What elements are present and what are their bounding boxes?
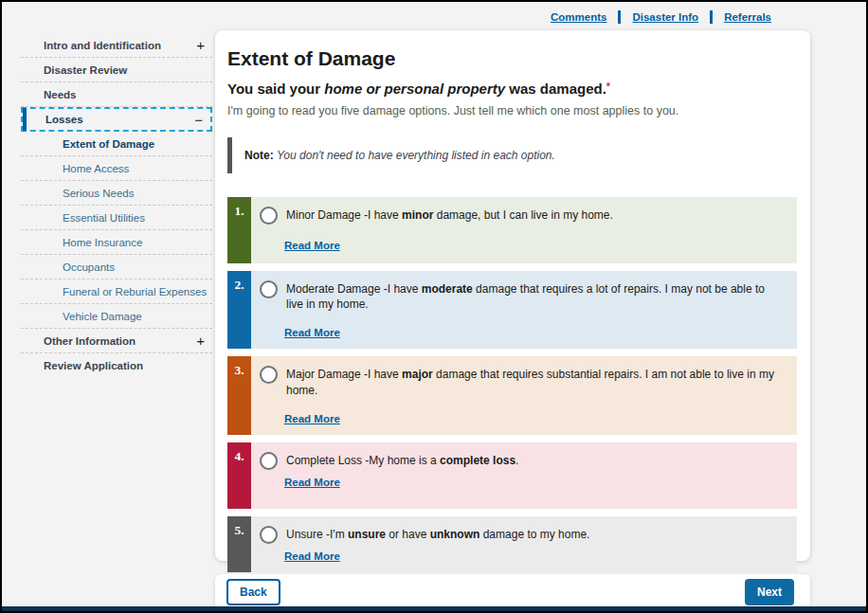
app-window: CommentsDisaster InfoReferrals Intro and… <box>0 0 868 613</box>
sidebar-item-needs[interactable]: Needs <box>21 82 212 107</box>
radio-button-complete-loss[interactable] <box>260 452 278 470</box>
option-moderate-damage: 2.Moderate Damage -I have moderate damag… <box>227 271 797 349</box>
option-complete-loss: 4.Complete Loss -My home is a complete l… <box>227 442 797 509</box>
main-card: Extent of Damage You said your home or p… <box>215 30 810 561</box>
option-number: 3. <box>227 356 251 434</box>
nav-separator <box>618 10 621 24</box>
top-nav: CommentsDisaster InfoReferrals <box>539 9 783 26</box>
question-suffix: was damaged. <box>505 81 606 97</box>
question-text: You said your home or personal property … <box>227 81 797 97</box>
sidebar-item-label: Disaster Review <box>44 64 127 76</box>
footer-bar <box>2 606 866 611</box>
option-body: Major Damage -I have major damage that r… <box>251 356 797 434</box>
sidebar-item-label: Serious Needs <box>63 188 134 199</box>
read-more-link-major-damage[interactable]: Read More <box>284 413 340 424</box>
nav-separator <box>710 10 713 24</box>
option-number: 4. <box>227 442 251 509</box>
sidebar-item-vehicle-damage[interactable]: Vehicle Damage <box>21 304 212 329</box>
sidebar-item-funeral-or-reburial-expenses[interactable]: Funeral or Reburial Expenses <box>21 279 212 304</box>
sidebar-item-label: Home Access <box>63 163 129 174</box>
sidebar-item-label: Vehicle Damage <box>63 311 142 322</box>
option-row: Moderate Damage -I have moderate damage … <box>260 281 784 312</box>
option-body: Moderate Damage -I have moderate damage … <box>251 271 797 349</box>
option-label: Minor Damage -I have minor damage, but I… <box>286 207 613 223</box>
nav-link-referrals[interactable]: Referrals <box>724 11 771 23</box>
option-body: Complete Loss -My home is a complete los… <box>251 442 797 509</box>
sidebar-item-serious-needs[interactable]: Serious Needs <box>21 181 212 206</box>
sidebar-item-home-access[interactable]: Home Access <box>21 156 212 181</box>
option-number: 2. <box>227 271 251 349</box>
sidebar-item-essential-utilities[interactable]: Essential Utilities <box>21 206 212 230</box>
required-marker: * <box>606 81 610 92</box>
sidebar-item-disaster-review[interactable]: Disaster Review <box>21 58 212 82</box>
read-more-link-minor-damage[interactable]: Read More <box>284 240 340 251</box>
sidebar-item-label: Essential Utilities <box>63 212 145 224</box>
option-number: 1. <box>227 197 251 263</box>
option-body: Minor Damage -I have minor damage, but I… <box>251 197 797 263</box>
option-label: Major Damage -I have major damage that r… <box>286 367 784 397</box>
sidebar: Intro and Identification+Disaster Review… <box>21 33 212 378</box>
page-title: Extent of Damage <box>227 47 797 70</box>
sidebar-item-occupants[interactable]: Occupants <box>21 255 212 279</box>
option-row: Major Damage -I have major damage that r… <box>260 367 784 397</box>
option-label: Unsure -I'm unsure or have unknown damag… <box>286 527 589 542</box>
option-row: Minor Damage -I have minor damage, but I… <box>260 207 784 225</box>
sidebar-item-other-information[interactable]: Other Information+ <box>21 329 212 353</box>
sidebar-item-home-insurance[interactable]: Home Insurance <box>21 230 212 255</box>
sidebar-item-label: Other Information <box>44 335 136 347</box>
collapse-icon[interactable]: − <box>194 113 203 127</box>
sidebar-item-label: Review Application <box>44 360 143 371</box>
option-label: Complete Loss -My home is a complete los… <box>286 453 518 468</box>
note-callout: Note: You don't need to have everything … <box>227 137 797 173</box>
sidebar-item-label: Home Insurance <box>63 237 142 248</box>
expand-icon[interactable]: + <box>196 38 205 52</box>
expand-icon[interactable]: + <box>196 334 205 348</box>
option-label: Moderate Damage -I have moderate damage … <box>286 281 784 312</box>
nav-link-disaster-info[interactable]: Disaster Info <box>632 11 698 23</box>
sidebar-item-intro-and-identification[interactable]: Intro and Identification+ <box>21 33 212 58</box>
option-major-damage: 3.Major Damage -I have major damage that… <box>227 356 797 434</box>
sidebar-item-label: Funeral or Reburial Expenses <box>63 286 207 297</box>
radio-button-minor-damage[interactable] <box>260 207 278 225</box>
note-label: Note: <box>244 149 274 162</box>
options-list: 1.Minor Damage -I have minor damage, but… <box>227 197 797 572</box>
option-number: 5. <box>227 516 251 572</box>
option-body: Unsure -I'm unsure or have unknown damag… <box>251 516 797 572</box>
sidebar-item-review-application[interactable]: Review Application <box>21 353 212 378</box>
next-button[interactable]: Next <box>745 579 794 605</box>
back-button[interactable]: Back <box>226 579 280 605</box>
question-prefix: You said your <box>227 81 324 97</box>
sidebar-item-label: Losses <box>45 114 83 125</box>
option-unsure: 5.Unsure -I'm unsure or have unknown dam… <box>227 516 797 572</box>
question-emphasis: home or personal property <box>324 81 505 97</box>
read-more-link-moderate-damage[interactable]: Read More <box>284 327 340 338</box>
radio-button-unsure[interactable] <box>260 526 278 544</box>
option-row: Complete Loss -My home is a complete los… <box>260 453 784 470</box>
radio-button-moderate-damage[interactable] <box>260 280 278 298</box>
read-more-link-unsure[interactable]: Read More <box>284 550 340 562</box>
sidebar-item-label: Needs <box>44 89 77 100</box>
option-row: Unsure -I'm unsure or have unknown damag… <box>260 527 784 544</box>
radio-button-major-damage[interactable] <box>260 366 278 384</box>
actions-bar: Back Next <box>215 574 810 609</box>
option-minor-damage: 1.Minor Damage -I have minor damage, but… <box>227 197 797 263</box>
sidebar-item-losses[interactable]: Losses− <box>21 107 212 132</box>
read-more-link-complete-loss[interactable]: Read More <box>284 477 340 488</box>
sidebar-item-extent-of-damage[interactable]: Extent of Damage <box>21 132 212 156</box>
note-text: You don't need to have everything listed… <box>277 149 555 162</box>
nav-link-comments[interactable]: Comments <box>551 11 606 23</box>
helper-text: I'm going to read you five damage option… <box>227 104 797 117</box>
sidebar-item-label: Intro and Identification <box>44 40 161 51</box>
sidebar-item-label: Occupants <box>63 261 115 273</box>
sidebar-item-label: Extent of Damage <box>63 138 154 150</box>
